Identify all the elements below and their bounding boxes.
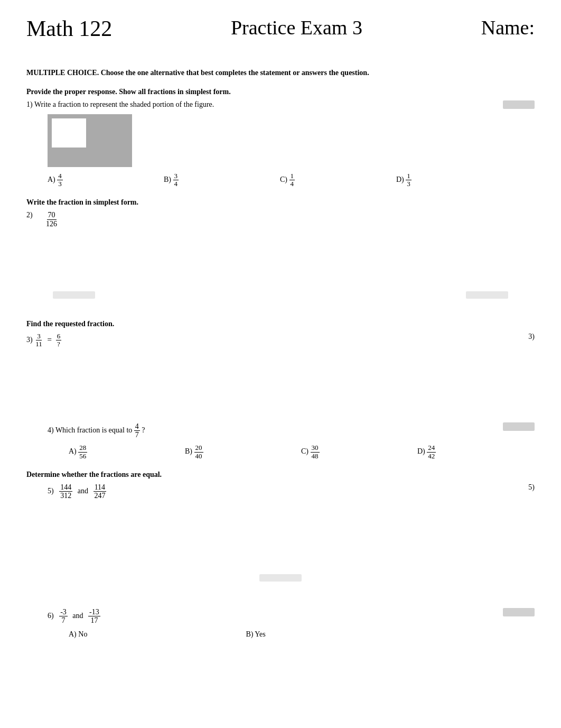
question-6-row: 6) -3 7 and -13 17 (26, 608, 535, 625)
question-5-row: 5) 144 312 and 114 247 5) (26, 483, 535, 500)
q5-space (55, 487, 58, 495)
q5-and: and (78, 487, 88, 495)
name-label: Name: (481, 16, 535, 39)
q1-figure (48, 114, 132, 167)
question-5-block: 5) 144 312 and 114 247 5) (26, 483, 535, 500)
question-2-line: 2) 70 126 (26, 211, 535, 228)
q5-frac1: 144 312 (59, 483, 72, 500)
q4-answer-B: B) 2040 (185, 444, 301, 460)
q4-number: 4) Which fraction is equal to (48, 426, 134, 434)
q4-answers: A) 2856 B) 2040 C) 3048 D) 2442 (69, 444, 535, 460)
spacer5 (26, 511, 535, 574)
q6-answer-B: B) Yes (246, 630, 265, 639)
q5-number: 5) (48, 487, 54, 495)
question-4-row: 4) Which fraction is equal to 4 7 ? (26, 422, 535, 439)
answer-line-q5 (26, 574, 535, 582)
question-1-row: 1) Write a fraction to represent the sha… (26, 100, 535, 109)
section5-label: Determine whether the fractions are equa… (26, 471, 535, 479)
q1-answer-area (492, 100, 535, 109)
q6-answers-row: A) No B) Yes (69, 630, 535, 639)
course-title: Math 122 (26, 16, 112, 41)
q3-frac-left: 3 11 (34, 333, 43, 348)
q4-frac-B: 2040 (194, 444, 203, 460)
question-3-block: 3) 3 11 = 6 ? 3) (26, 333, 535, 348)
q1-frac-C: 14 (289, 172, 295, 188)
question-4-block: 4) Which fraction is equal to 4 7 ? A) 2… (26, 422, 535, 460)
q5-frac2: 114 247 (93, 483, 106, 500)
page-header: Math 122 Practice Exam 3 Name: (26, 16, 535, 47)
q4-answer-C: C) 3048 (301, 444, 417, 460)
q6-number: 6) (48, 612, 54, 620)
q1-answer-box (503, 100, 535, 109)
q1-answer-D: D) 13 (396, 172, 512, 188)
q4-content: 4) Which fraction is equal to 4 7 ? (26, 422, 492, 439)
q5-right-number: 5) (528, 483, 535, 492)
q2-fraction: 70 126 (45, 211, 58, 228)
q1-frac-A: 43 (57, 172, 63, 188)
q4-frac-C: 3048 (311, 444, 320, 460)
q1-figure-white (52, 118, 86, 148)
q1-frac-B: 34 (173, 172, 179, 188)
q6-frac2: -13 17 (88, 608, 100, 625)
q3-frac-right: 6 ? (56, 333, 62, 348)
q1-frac-D: 13 (406, 172, 412, 188)
question-3-row: 3) 3 11 = 6 ? 3) (26, 333, 535, 348)
q1-text: Write a fraction to represent the shaded… (34, 100, 214, 108)
q4-answer-D: D) 2442 (417, 444, 534, 460)
q4-fraction: 4 7 (134, 422, 140, 439)
section1-label: Provide the proper response. Show all fr… (26, 88, 535, 96)
q4-answer-box (503, 422, 535, 431)
q6-answer-A: A) No (69, 630, 87, 639)
q6-answer-box (503, 608, 535, 616)
q4-answer-area (492, 422, 535, 431)
answer-lines-row (53, 291, 508, 299)
section3-label: Find the requested fraction. (26, 320, 535, 328)
q6-frac1: -3 7 (59, 608, 68, 625)
q3-right-number: 3) (528, 333, 535, 341)
spacer-after-q2 (26, 238, 535, 291)
main-instructions: MULTIPLE CHOICE. Choose the one alternat… (26, 68, 535, 78)
q6-content: 6) -3 7 and -13 17 (48, 608, 492, 625)
q3-number: 3) (26, 336, 34, 344)
q3-equals: = (47, 335, 51, 344)
spacer3 (26, 359, 535, 422)
q4-question-mark: ? (142, 426, 145, 434)
q6-answer-area (492, 608, 535, 616)
q6-space (55, 612, 58, 620)
q1-number: 1) (26, 100, 34, 108)
spacer2 (26, 299, 535, 315)
exam-title: Practice Exam 3 (231, 16, 362, 39)
q1-answer-A: A) 43 (48, 172, 164, 188)
q3-answer-area: 3) (492, 333, 535, 341)
q1-answer-C: C) 14 (280, 172, 396, 188)
answer-line-right (466, 291, 508, 299)
question-1-content: 1) Write a fraction to represent the sha… (26, 100, 492, 109)
question-2-block: 2) 70 126 (26, 211, 535, 228)
question-6-block: 6) -3 7 and -13 17 A) No B) Yes (26, 608, 535, 639)
q5-answer-area: 5) (492, 483, 535, 492)
q3-content: 3) 3 11 = 6 ? (26, 333, 61, 348)
q5-content: 5) 144 312 and 114 247 (48, 483, 492, 500)
q1-answer-B: B) 34 (164, 172, 280, 188)
spacer5b (26, 592, 535, 608)
q2-number: 2) (26, 211, 45, 219)
q4-frac-D: 2442 (427, 444, 436, 460)
answer-line-left (53, 291, 95, 299)
section2-label: Write the fraction in simplest form. (26, 198, 535, 207)
q1-answers: A) 43 B) 34 C) 14 D) 13 (48, 172, 535, 188)
question-1-block: 1) Write a fraction to represent the sha… (26, 100, 535, 188)
q6-and: and (72, 612, 83, 620)
q4-answer-A: A) 2856 (69, 444, 185, 460)
q4-frac-A: 2856 (78, 444, 87, 460)
